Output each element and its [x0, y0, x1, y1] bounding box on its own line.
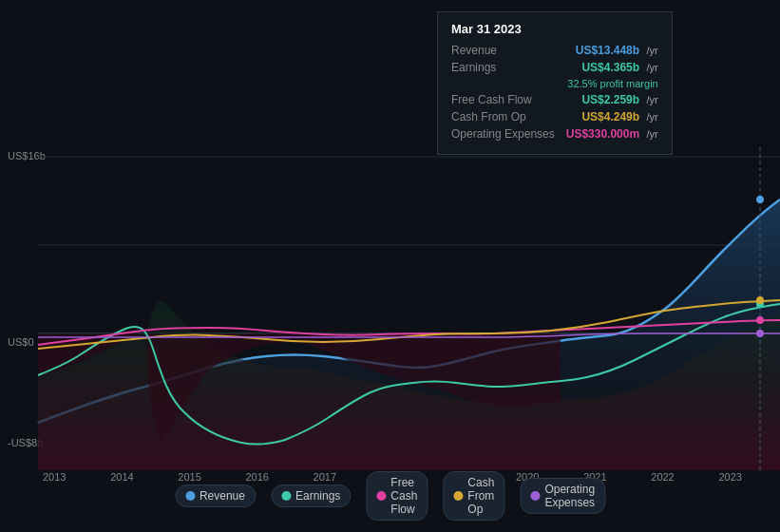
tooltip-label-fcf: Free Cash Flow	[451, 93, 532, 106]
legend-dot-earnings	[281, 491, 291, 501]
tooltip-label-revenue: Revenue	[451, 44, 497, 57]
tooltip-row-earnings: Earnings US$4.365b /yr	[451, 61, 658, 74]
revenue-dot	[756, 196, 764, 203]
tooltip-row-fcf: Free Cash Flow US$2.259b /yr	[451, 93, 658, 106]
cashfromop-dot	[756, 296, 764, 304]
chart-svg	[0, 147, 780, 470]
legend-opex[interactable]: Operating Expenses	[520, 478, 605, 514]
tooltip-value-revenue: US$13.448b /yr	[576, 44, 658, 57]
tooltip-box: Mar 31 2023 Revenue US$13.448b /yr Earni…	[437, 11, 673, 155]
legend-dot-fcf	[376, 491, 386, 501]
x-label-2022: 2022	[651, 471, 674, 483]
tooltip-label-cashfromop: Cash From Op	[451, 110, 526, 124]
x-label-2014: 2014	[110, 471, 133, 483]
opex-dot	[756, 330, 764, 337]
legend-dot-opex	[530, 491, 540, 501]
x-label-2013: 2013	[43, 471, 66, 483]
legend-label-cashfromop: Cash From Op	[467, 476, 494, 516]
tooltip-row-cashfromop: Cash From Op US$4.249b /yr	[451, 110, 658, 124]
tooltip-date: Mar 31 2023	[451, 22, 658, 36]
chart-container: Mar 31 2023 Revenue US$13.448b /yr Earni…	[0, 0, 780, 532]
tooltip-value-opex: US$330.000m /yr	[566, 127, 658, 141]
tooltip-row-revenue: Revenue US$13.448b /yr	[451, 44, 658, 57]
x-label-2023: 2023	[718, 471, 741, 483]
profit-margin: 32.5% profit margin	[567, 78, 657, 89]
tooltip-value-cashfromop: US$4.249b /yr	[581, 110, 657, 124]
tooltip-value-fcf: US$2.259b /yr	[581, 93, 657, 106]
chart-legend: Revenue Earnings Free Cash Flow Cash Fro…	[175, 471, 605, 521]
fcf-dot	[756, 316, 764, 324]
legend-fcf[interactable]: Free Cash Flow	[366, 471, 428, 521]
legend-dot-revenue	[185, 491, 195, 501]
legend-label-fcf: Free Cash Flow	[390, 476, 417, 516]
legend-label-opex: Operating Expenses	[544, 483, 595, 509]
legend-dot-cashfromop	[453, 491, 463, 501]
legend-earnings[interactable]: Earnings	[271, 484, 351, 507]
legend-label-revenue: Revenue	[200, 489, 245, 503]
tooltip-row-opex: Operating Expenses US$330.000m /yr	[451, 127, 658, 141]
legend-cashfromop[interactable]: Cash From Op	[443, 471, 504, 521]
tooltip-label-opex: Operating Expenses	[451, 127, 555, 141]
tooltip-label-earnings: Earnings	[451, 61, 496, 74]
legend-revenue[interactable]: Revenue	[175, 484, 256, 507]
tooltip-row-margin: 32.5% profit margin	[451, 78, 658, 89]
legend-label-earnings: Earnings	[295, 489, 340, 503]
tooltip-value-earnings: US$4.365b /yr	[581, 61, 657, 74]
